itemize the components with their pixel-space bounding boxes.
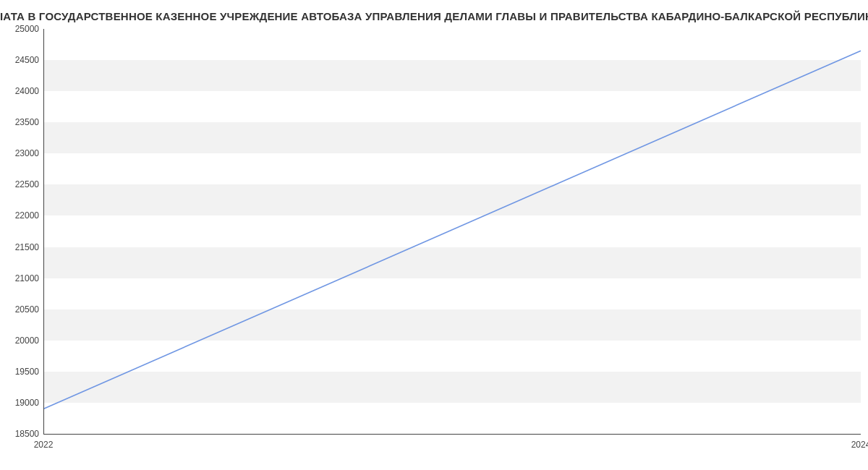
x-axis: [43, 434, 861, 435]
y-tick-label: 23500: [15, 117, 39, 127]
y-tick-label: 22500: [15, 179, 39, 189]
y-tick-label: 21500: [15, 242, 39, 252]
y-tick-label: 24000: [15, 86, 39, 96]
y-tick-label: 20000: [15, 336, 39, 346]
chart-title: IАТА В ГОСУДАРСТВЕННОЕ КАЗЕННОЕ УЧРЕЖДЕН…: [0, 10, 868, 22]
y-tick-label: 20500: [15, 304, 39, 315]
y-axis: [43, 29, 44, 434]
x-tick-label: 2022: [34, 440, 54, 450]
y-tick-label: 22000: [15, 210, 39, 221]
y-tick-label: 24500: [15, 55, 39, 65]
y-tick-label: 18500: [15, 429, 39, 439]
y-tick-label: 25000: [15, 24, 39, 34]
x-tick-label: 2024: [851, 440, 868, 450]
y-tick-label: 19500: [15, 367, 39, 377]
y-tick-label: 19000: [15, 398, 39, 408]
y-tick-label: 23000: [15, 148, 39, 158]
line-series: [43, 29, 861, 434]
plot-area: [43, 29, 861, 434]
y-tick-label: 21000: [15, 273, 39, 283]
